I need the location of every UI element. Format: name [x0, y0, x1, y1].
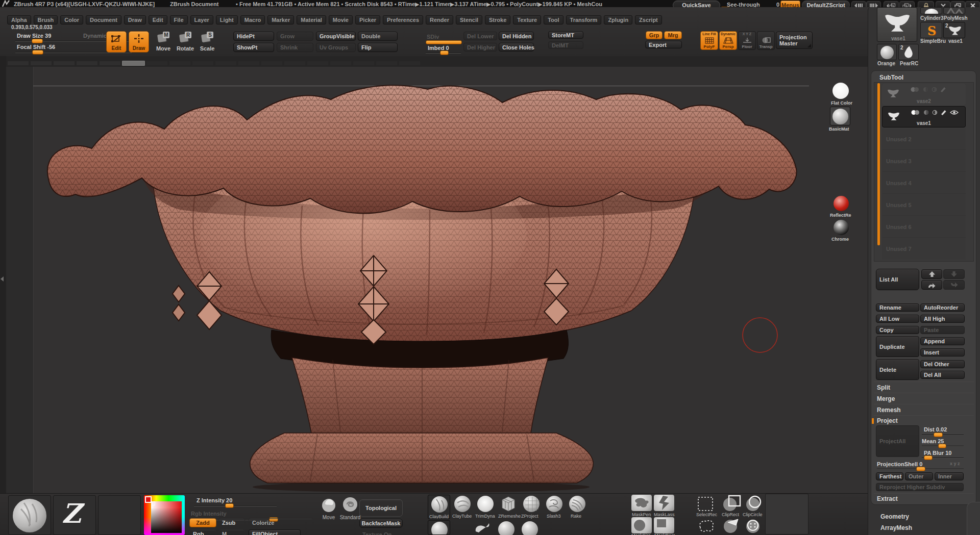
brush-clipcircle[interactable]: [743, 495, 765, 512]
draw-size-slider[interactable]: [32, 39, 43, 43]
menu-item-marker[interactable]: Marker: [267, 15, 294, 24]
subtool-up-button[interactable]: [921, 269, 942, 279]
storemt-button[interactable]: StoreMT: [548, 31, 583, 39]
inner-button[interactable]: Inner: [935, 472, 964, 480]
menu-item-zscript[interactable]: Zscript: [635, 15, 662, 24]
chrome-material[interactable]: [834, 220, 849, 235]
rgb-button[interactable]: Rgb: [189, 529, 216, 535]
subtool-slot-unused-7[interactable]: Unused 7: [882, 238, 966, 260]
rotate-mode-button[interactable]: R Rotate: [175, 32, 195, 53]
menu-item-color[interactable]: Color: [60, 15, 83, 24]
brush-slash3[interactable]: Slash3: [543, 495, 566, 519]
duplicate-button[interactable]: Duplicate: [876, 336, 919, 357]
double-button[interactable]: Double: [358, 32, 398, 41]
paste-button[interactable]: Paste: [920, 326, 965, 334]
tool-thumb-polymesh[interactable]: [943, 7, 965, 14]
subtool-item-vase1[interactable]: vase1: [882, 106, 966, 128]
delmt-button[interactable]: DelMT: [548, 41, 583, 49]
all-high-button[interactable]: All High: [920, 315, 965, 323]
z-intensity-track[interactable]: [194, 505, 277, 506]
persp-toggle[interactable]: Dynamic Persp: [719, 31, 737, 50]
vase-mesh-model[interactable]: [6, 67, 868, 493]
reproject-higher-subdiv-button[interactable]: Reproject Higher Subdiv: [876, 483, 964, 491]
brush-row2-snake[interactable]: [472, 520, 494, 535]
subtool-item-vase2[interactable]: vase2: [882, 84, 966, 105]
brush-clipcurve[interactable]: [721, 517, 742, 534]
basic-mat-tile[interactable]: [830, 107, 850, 125]
menu-item-alpha[interactable]: Alpha: [7, 15, 31, 24]
del-lower-button[interactable]: Del Lower: [463, 32, 497, 40]
mrg-button[interactable]: Mrg: [664, 31, 682, 39]
grp-button[interactable]: Grp: [646, 31, 663, 39]
projection-master-button[interactable]: Projection Master: [776, 32, 813, 49]
menu-item-movie[interactable]: Movie: [329, 15, 353, 24]
autoreorder-button[interactable]: AutoReorder: [920, 303, 965, 312]
del-hidden-button[interactable]: Del Hidden: [499, 32, 534, 40]
m-button[interactable]: M: [218, 529, 245, 535]
brush-zproject[interactable]: ZProject: [520, 495, 543, 519]
menu-item-material[interactable]: Material: [297, 15, 326, 24]
brush-selectlasso[interactable]: [696, 517, 719, 534]
append-button[interactable]: Append: [920, 337, 965, 345]
current-tool-thumb[interactable]: vase1: [877, 7, 917, 42]
del-all-button[interactable]: Del All: [920, 371, 965, 379]
brush-claybuild[interactable]: ClayBuild: [428, 495, 450, 519]
displacement-icon[interactable]: [932, 87, 937, 92]
zadd-button[interactable]: Zadd: [189, 518, 216, 527]
tool-thumb-cylinder[interactable]: [920, 7, 942, 14]
tray-divider[interactable]: [7, 61, 436, 66]
subtool-scrollbar[interactable]: [877, 83, 880, 245]
section-extract[interactable]: Extract: [877, 495, 898, 502]
menu-item-draw[interactable]: Draw: [124, 15, 146, 24]
close-holes-button[interactable]: Close Holes: [499, 43, 534, 52]
groupvisible-button[interactable]: GroupVisible: [316, 32, 356, 41]
dynamic-label[interactable]: Dynamic: [83, 33, 107, 39]
brush-rake[interactable]: Rake: [566, 495, 589, 519]
brush-maskrect[interactable]: [654, 517, 674, 533]
outer-button[interactable]: Outer: [905, 472, 933, 480]
uv-groups-button[interactable]: Uv Groups: [316, 43, 356, 52]
rename-button[interactable]: Rename: [876, 303, 919, 312]
dist-track[interactable]: [922, 435, 964, 436]
z-intensity-slider[interactable]: [225, 503, 234, 508]
brush-selectrect[interactable]: [696, 496, 719, 513]
brush-cliprect[interactable]: [721, 495, 742, 512]
displacement-icon[interactable]: [932, 110, 938, 115]
polypaint-icon[interactable]: [911, 87, 920, 92]
tool-thumb-vase-small[interactable]: 2: [943, 22, 965, 38]
menu-item-edit[interactable]: Edit: [149, 15, 167, 24]
menu-item-file[interactable]: File: [170, 15, 188, 24]
tool-thumb-simplebrush[interactable]: S: [920, 22, 942, 38]
standard-brush-thumb[interactable]: Standard: [339, 496, 361, 520]
copy-button[interactable]: Copy: [876, 326, 919, 334]
menu-item-transform[interactable]: Transform: [566, 15, 602, 24]
menu-item-macro[interactable]: Macro: [240, 15, 265, 24]
showpt-button[interactable]: ShowPt: [233, 43, 274, 52]
menu-item-light[interactable]: Light: [216, 15, 238, 24]
flat-color-material[interactable]: [832, 83, 849, 99]
backfacemask-button[interactable]: BackfaceMask: [359, 519, 403, 528]
farthest-button[interactable]: Farthest: [876, 472, 903, 480]
transp-toggle[interactable]: Transp: [757, 31, 775, 50]
left-tray-collapsed[interactable]: [0, 56, 6, 493]
menu-item-brush[interactable]: Brush: [34, 15, 58, 24]
section-arraymesh[interactable]: ArrayMesh: [880, 524, 912, 531]
zsub-button[interactable]: Zsub: [218, 518, 245, 527]
move-brush-thumb[interactable]: Move: [318, 496, 339, 520]
menu-item-stroke[interactable]: Stroke: [485, 15, 510, 24]
sdiv-slider[interactable]: [426, 40, 462, 44]
tool-thumb-orange[interactable]: [877, 44, 897, 60]
sv-square[interactable]: [151, 501, 182, 533]
menu-item-preferences[interactable]: Preferences: [383, 15, 423, 24]
subtool-slot-unused-2[interactable]: Unused 2: [882, 129, 966, 150]
subtool-move-down-hierarchy-button[interactable]: [943, 280, 965, 290]
floor-toggle[interactable]: X Y Z Floor: [738, 31, 756, 50]
colorize-button[interactable]: Colorize: [249, 518, 313, 527]
grow-button[interactable]: Grow: [277, 32, 313, 41]
menu-item-picker[interactable]: Picker: [355, 15, 380, 24]
edit-mode-button[interactable]: Edit: [106, 31, 127, 53]
tray-divider-handle[interactable]: [122, 61, 145, 66]
projectionshell-slider[interactable]: [916, 467, 925, 471]
export-button[interactable]: Export: [645, 41, 682, 48]
paintbrush-icon[interactable]: [940, 86, 946, 92]
